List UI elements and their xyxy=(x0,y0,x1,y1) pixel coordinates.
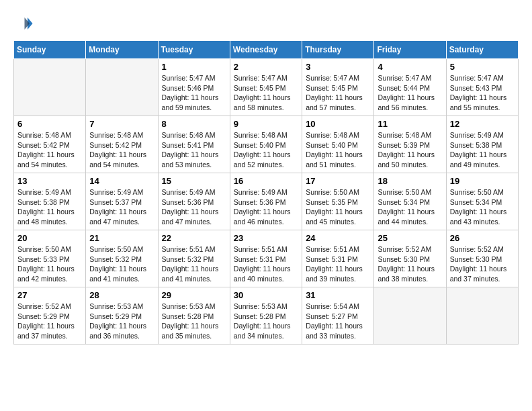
calendar-cell: 20Sunrise: 5:50 AMSunset: 5:33 PMDayligh… xyxy=(14,230,86,287)
day-info: Sunrise: 5:48 AMSunset: 5:42 PMDaylight:… xyxy=(17,130,82,170)
calendar-cell: 26Sunrise: 5:52 AMSunset: 5:30 PMDayligh… xyxy=(446,230,518,287)
day-number: 14 xyxy=(89,176,154,186)
calendar-cell xyxy=(86,59,158,116)
day-number: 7 xyxy=(89,119,154,129)
calendar-cell xyxy=(374,287,446,345)
weekday-header-row: SundayMondayTuesdayWednesdayThursdayFrid… xyxy=(14,41,519,59)
calendar-cell: 17Sunrise: 5:50 AMSunset: 5:35 PMDayligh… xyxy=(302,173,374,230)
day-info: Sunrise: 5:50 AMSunset: 5:34 PMDaylight:… xyxy=(378,187,442,227)
calendar-cell: 21Sunrise: 5:50 AMSunset: 5:32 PMDayligh… xyxy=(86,230,158,287)
day-number: 28 xyxy=(89,290,154,300)
day-number: 20 xyxy=(17,233,82,243)
calendar-cell: 7Sunrise: 5:48 AMSunset: 5:42 PMDaylight… xyxy=(86,116,158,173)
logo xyxy=(13,13,36,34)
calendar-week-5: 27Sunrise: 5:52 AMSunset: 5:29 PMDayligh… xyxy=(14,287,519,345)
day-info: Sunrise: 5:49 AMSunset: 5:36 PMDaylight:… xyxy=(234,187,298,227)
calendar-cell: 11Sunrise: 5:48 AMSunset: 5:39 PMDayligh… xyxy=(374,116,446,173)
day-number: 30 xyxy=(234,290,298,300)
day-info: Sunrise: 5:53 AMSunset: 5:28 PMDaylight:… xyxy=(162,302,226,341)
day-info: Sunrise: 5:47 AMSunset: 5:46 PMDaylight:… xyxy=(162,73,226,113)
day-info: Sunrise: 5:48 AMSunset: 5:40 PMDaylight:… xyxy=(306,130,370,170)
day-info: Sunrise: 5:50 AMSunset: 5:35 PMDaylight:… xyxy=(306,187,370,227)
day-number: 17 xyxy=(306,176,370,186)
calendar-cell: 18Sunrise: 5:50 AMSunset: 5:34 PMDayligh… xyxy=(374,173,446,230)
day-number: 12 xyxy=(450,119,515,129)
day-number: 4 xyxy=(378,62,442,72)
day-info: Sunrise: 5:49 AMSunset: 5:38 PMDaylight:… xyxy=(17,187,82,227)
calendar-body: 1Sunrise: 5:47 AMSunset: 5:46 PMDaylight… xyxy=(14,59,519,345)
day-number: 6 xyxy=(17,119,82,129)
logo-icon xyxy=(13,13,34,34)
day-info: Sunrise: 5:48 AMSunset: 5:39 PMDaylight:… xyxy=(378,130,442,170)
calendar-cell: 15Sunrise: 5:49 AMSunset: 5:36 PMDayligh… xyxy=(158,173,230,230)
day-number: 15 xyxy=(162,176,226,186)
day-number: 13 xyxy=(17,176,82,186)
day-number: 5 xyxy=(450,62,515,72)
day-info: Sunrise: 5:51 AMSunset: 5:32 PMDaylight:… xyxy=(162,244,226,284)
day-number: 23 xyxy=(234,233,298,243)
day-info: Sunrise: 5:49 AMSunset: 5:38 PMDaylight:… xyxy=(450,130,515,170)
calendar-cell: 23Sunrise: 5:51 AMSunset: 5:31 PMDayligh… xyxy=(230,230,302,287)
day-info: Sunrise: 5:47 AMSunset: 5:44 PMDaylight:… xyxy=(378,73,442,113)
day-info: Sunrise: 5:53 AMSunset: 5:29 PMDaylight:… xyxy=(89,302,154,341)
weekday-header-wednesday: Wednesday xyxy=(230,41,302,59)
day-number: 26 xyxy=(450,233,515,243)
day-info: Sunrise: 5:51 AMSunset: 5:31 PMDaylight:… xyxy=(306,244,370,284)
day-number: 24 xyxy=(306,233,370,243)
weekday-header-friday: Friday xyxy=(374,41,446,59)
day-number: 2 xyxy=(234,62,298,72)
calendar-cell: 4Sunrise: 5:47 AMSunset: 5:44 PMDaylight… xyxy=(374,59,446,116)
day-info: Sunrise: 5:50 AMSunset: 5:34 PMDaylight:… xyxy=(450,187,515,227)
calendar-cell: 10Sunrise: 5:48 AMSunset: 5:40 PMDayligh… xyxy=(302,116,374,173)
calendar-cell: 6Sunrise: 5:48 AMSunset: 5:42 PMDaylight… xyxy=(14,116,86,173)
day-number: 1 xyxy=(162,62,226,72)
day-number: 27 xyxy=(17,290,82,300)
day-number: 22 xyxy=(162,233,226,243)
calendar-cell: 16Sunrise: 5:49 AMSunset: 5:36 PMDayligh… xyxy=(230,173,302,230)
day-number: 8 xyxy=(162,119,226,129)
calendar-cell: 1Sunrise: 5:47 AMSunset: 5:46 PMDaylight… xyxy=(158,59,230,116)
calendar-week-4: 20Sunrise: 5:50 AMSunset: 5:33 PMDayligh… xyxy=(14,230,519,287)
day-number: 19 xyxy=(450,176,515,186)
calendar-cell: 30Sunrise: 5:53 AMSunset: 5:28 PMDayligh… xyxy=(230,287,302,345)
day-info: Sunrise: 5:48 AMSunset: 5:42 PMDaylight:… xyxy=(89,130,154,170)
calendar-cell: 13Sunrise: 5:49 AMSunset: 5:38 PMDayligh… xyxy=(14,173,86,230)
calendar-week-2: 6Sunrise: 5:48 AMSunset: 5:42 PMDaylight… xyxy=(14,116,519,173)
calendar-cell xyxy=(14,59,86,116)
day-info: Sunrise: 5:50 AMSunset: 5:32 PMDaylight:… xyxy=(89,244,154,284)
day-info: Sunrise: 5:51 AMSunset: 5:31 PMDaylight:… xyxy=(234,244,298,284)
day-info: Sunrise: 5:49 AMSunset: 5:37 PMDaylight:… xyxy=(89,187,154,227)
day-info: Sunrise: 5:54 AMSunset: 5:27 PMDaylight:… xyxy=(306,302,370,341)
day-number: 21 xyxy=(89,233,154,243)
calendar-cell: 24Sunrise: 5:51 AMSunset: 5:31 PMDayligh… xyxy=(302,230,374,287)
day-number: 10 xyxy=(306,119,370,129)
day-number: 11 xyxy=(378,119,442,129)
header xyxy=(13,13,519,34)
day-number: 3 xyxy=(306,62,370,72)
day-info: Sunrise: 5:53 AMSunset: 5:28 PMDaylight:… xyxy=(234,302,298,341)
day-number: 29 xyxy=(162,290,226,300)
weekday-header-saturday: Saturday xyxy=(446,41,518,59)
calendar-cell: 22Sunrise: 5:51 AMSunset: 5:32 PMDayligh… xyxy=(158,230,230,287)
weekday-header-tuesday: Tuesday xyxy=(158,41,230,59)
calendar-cell: 2Sunrise: 5:47 AMSunset: 5:45 PMDaylight… xyxy=(230,59,302,116)
calendar-cell: 29Sunrise: 5:53 AMSunset: 5:28 PMDayligh… xyxy=(158,287,230,345)
calendar-cell: 25Sunrise: 5:52 AMSunset: 5:30 PMDayligh… xyxy=(374,230,446,287)
calendar-cell: 14Sunrise: 5:49 AMSunset: 5:37 PMDayligh… xyxy=(86,173,158,230)
calendar-cell: 19Sunrise: 5:50 AMSunset: 5:34 PMDayligh… xyxy=(446,173,518,230)
calendar-cell: 8Sunrise: 5:48 AMSunset: 5:41 PMDaylight… xyxy=(158,116,230,173)
calendar-week-1: 1Sunrise: 5:47 AMSunset: 5:46 PMDaylight… xyxy=(14,59,519,116)
calendar-week-3: 13Sunrise: 5:49 AMSunset: 5:38 PMDayligh… xyxy=(14,173,519,230)
day-info: Sunrise: 5:48 AMSunset: 5:40 PMDaylight:… xyxy=(234,130,298,170)
day-number: 18 xyxy=(378,176,442,186)
weekday-header-sunday: Sunday xyxy=(14,41,86,59)
day-info: Sunrise: 5:50 AMSunset: 5:33 PMDaylight:… xyxy=(17,244,82,284)
day-info: Sunrise: 5:52 AMSunset: 5:30 PMDaylight:… xyxy=(378,244,442,284)
day-number: 9 xyxy=(234,119,298,129)
calendar-cell: 28Sunrise: 5:53 AMSunset: 5:29 PMDayligh… xyxy=(86,287,158,345)
calendar-cell xyxy=(446,287,518,345)
calendar-cell: 3Sunrise: 5:47 AMSunset: 5:45 PMDaylight… xyxy=(302,59,374,116)
day-info: Sunrise: 5:47 AMSunset: 5:45 PMDaylight:… xyxy=(234,73,298,113)
calendar-cell: 9Sunrise: 5:48 AMSunset: 5:40 PMDaylight… xyxy=(230,116,302,173)
calendar-header: SundayMondayTuesdayWednesdayThursdayFrid… xyxy=(14,41,519,59)
